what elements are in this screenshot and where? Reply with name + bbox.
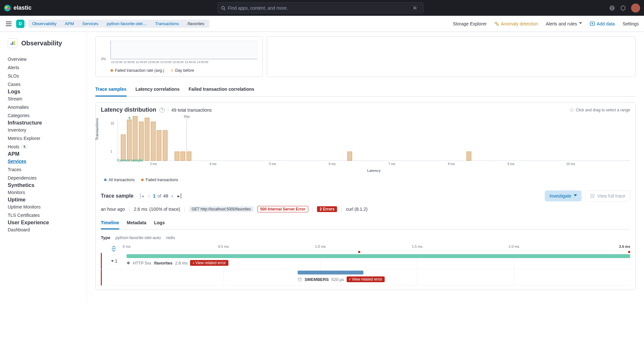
crumb-transactions[interactable]: Transactions	[149, 20, 184, 28]
full-trace-label: View full trace	[597, 193, 625, 199]
tab-timeline[interactable]: Timeline	[101, 218, 119, 229]
wf-tick: 2.0 ms	[509, 245, 519, 248]
global-header: elastic Find apps, content, and more. ⌘/	[0, 0, 644, 16]
sidebar-item-hosts[interactable]: Hosts⚗	[8, 143, 79, 151]
pager-last[interactable]: ▸⎮	[176, 193, 183, 199]
mini-xtick: 12:30:00	[123, 60, 135, 64]
space-badge[interactable]: D	[16, 20, 24, 28]
mini-xtick: 12:45:00	[136, 60, 147, 64]
investigate-button[interactable]: Investigate	[545, 190, 582, 201]
link-anomaly-detection[interactable]: Anomaly detection	[495, 21, 538, 26]
hist-bar[interactable]	[180, 152, 185, 161]
sidebar-item-cases[interactable]: Cases	[8, 80, 79, 88]
mini-y0: 0%	[101, 57, 106, 61]
menu-icon[interactable]	[5, 22, 12, 26]
link-alerts-rules[interactable]: Alerts and rules	[546, 21, 582, 26]
wf-gutter[interactable]: 1	[101, 253, 127, 269]
grid-line	[417, 269, 418, 285]
tab-trace-samples[interactable]: Trace samples	[95, 83, 127, 97]
hist-bar[interactable]	[466, 152, 471, 161]
hist-bar[interactable]	[157, 130, 161, 161]
brand-logo[interactable]: elastic	[4, 5, 32, 12]
trace-errors-badge[interactable]: 2 Errors	[317, 206, 337, 212]
lat-legend-1[interactable]: Failed transactions	[141, 178, 178, 182]
help-icon[interactable]: ?	[159, 107, 165, 113]
mini-chart-plot[interactable]: 0%	[111, 41, 257, 59]
hist-bar[interactable]	[151, 122, 156, 161]
hist-bar[interactable]	[133, 116, 138, 161]
sidebar-item-alerts[interactable]: Alerts	[8, 63, 79, 72]
type-1[interactable]: redis	[166, 235, 175, 240]
span-bar-transaction[interactable]	[127, 254, 630, 258]
sidebar-item-anomalies[interactable]: Anomalies	[8, 103, 79, 111]
span-bar-redis[interactable]	[298, 271, 363, 274]
hist-bar[interactable]	[127, 120, 132, 161]
mini-xticks: 12:15:0012:30:0012:45:0013:00:0013:15:00…	[111, 59, 257, 64]
wf-row-span[interactable]: SMEMBERS 520 µs View related error	[101, 269, 630, 286]
sidebar-item-services[interactable]: Services	[8, 157, 79, 165]
sidebar-item-uptime-monitors[interactable]: Uptime Monitors	[8, 203, 79, 211]
search-icon	[221, 6, 226, 10]
database-icon	[298, 277, 302, 282]
lat-legend-0[interactable]: All transactions	[104, 178, 135, 182]
tab-metadata[interactable]: Metadata	[127, 218, 147, 229]
view-full-trace-button[interactable]: View full trace	[585, 190, 630, 201]
hist-xlabel: Latency	[118, 169, 630, 172]
pager-first[interactable]: ⎮◂	[138, 193, 145, 199]
tab-failed-correlations[interactable]: Failed transaction correlations	[188, 83, 254, 96]
pager-prev[interactable]: ‹	[147, 193, 151, 199]
mini-legend-1[interactable]: Day before	[171, 68, 194, 73]
cluster-icon[interactable]	[620, 5, 626, 11]
collapse-all-icon[interactable]	[111, 246, 116, 252]
sidebar-item-label: Alerts	[8, 65, 19, 70]
mini-xtick: 13:15:00	[160, 60, 171, 64]
link-settings[interactable]: Settings	[622, 21, 639, 26]
sidebar-item-inventory[interactable]: Inventory	[8, 126, 79, 134]
sidebar-item-dashboard[interactable]: Dashboard	[8, 226, 79, 234]
sidebar-item-metrics-explorer[interactable]: Metrics Explorer	[8, 134, 79, 143]
chevron-down-icon	[579, 22, 582, 25]
type-0[interactable]: python-favorite-otel-auto	[115, 235, 161, 240]
latency-histogram[interactable]: Transactions 10 1 95p Current sample	[101, 119, 630, 161]
hist-bar[interactable]	[139, 122, 144, 161]
sidebar-item-categories[interactable]: Categories	[8, 111, 79, 120]
type-heading: Type	[101, 235, 110, 240]
global-search[interactable]: Find apps, content, and more. ⌘/	[217, 2, 424, 14]
latency-legend: All transactions Failed transactions	[101, 178, 630, 182]
latency-hint-text: Click and drag to select a range	[576, 108, 630, 112]
svg-rect-18	[14, 41, 15, 45]
link-storage-explorer[interactable]: Storage Explorer	[453, 21, 487, 26]
view-error-button[interactable]: View related error	[347, 276, 385, 282]
hist-bar[interactable]	[121, 135, 126, 161]
pager-next[interactable]: ›	[170, 193, 174, 199]
crumb-services[interactable]: Services	[76, 20, 103, 28]
sidebar-heading: User Experience	[8, 219, 79, 226]
sidebar-item-overview[interactable]: Overview	[8, 55, 79, 63]
tab-latency-correlations[interactable]: Latency correlations	[136, 83, 180, 96]
tab-logs[interactable]: Logs	[154, 218, 165, 229]
sidebar-item-slos[interactable]: SLOs	[8, 72, 79, 80]
sidebar-item-traces[interactable]: Traces	[8, 165, 79, 174]
wf-row-transaction[interactable]: 1 ✱ HTTP 5xx /favorites 2.6 ms	[101, 253, 630, 269]
sidebar-item-stream[interactable]: Stream	[8, 95, 79, 103]
view-error-button[interactable]: View related error	[190, 260, 228, 266]
crumb-service-name[interactable]: python-favorite-otel…	[100, 20, 152, 28]
hist-bar[interactable]	[347, 152, 352, 161]
divider: |	[312, 207, 313, 212]
hist-bar[interactable]	[175, 152, 179, 161]
svg-point-25	[298, 278, 302, 279]
sidebar-item-dependencies[interactable]: Dependencies	[8, 174, 79, 182]
hist-ytick-1: 1	[111, 150, 112, 153]
hist-bar[interactable]	[163, 130, 168, 161]
mini-legend-0[interactable]: Failed transaction rate (avg.)	[111, 68, 164, 73]
newsfeed-icon[interactable]	[609, 5, 615, 11]
sidebar-item-tls-certificates[interactable]: TLS Certificates	[8, 211, 79, 219]
link-add-data[interactable]: Add data	[590, 21, 615, 26]
mini-legend-1-lbl: Day before	[175, 68, 194, 73]
type-1-lbl: redis	[166, 235, 175, 240]
hist-bar[interactable]	[145, 118, 149, 161]
crumb-observability[interactable]: Observability	[28, 20, 62, 28]
user-avatar[interactable]	[631, 4, 640, 13]
sidebar-item-monitors[interactable]: Monitors	[8, 188, 79, 197]
hist-bar[interactable]	[187, 152, 191, 161]
